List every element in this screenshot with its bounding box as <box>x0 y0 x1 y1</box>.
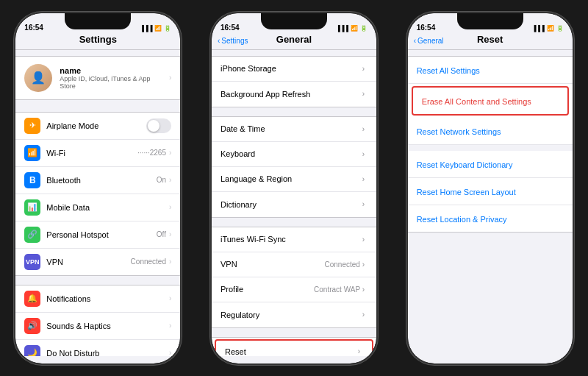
vpn-value: Connected <box>131 258 166 266</box>
battery-icon3: 🔋 <box>556 25 564 32</box>
phone3-back-label: General <box>417 37 444 45</box>
back-chevron3: ‹ <box>414 37 416 45</box>
dictionary-chevron: › <box>362 200 365 208</box>
g-spacer1 <box>212 110 376 116</box>
keyboard-row[interactable]: Keyboard › <box>212 142 376 167</box>
erase-row-highlighted[interactable]: Erase All Content and Settings <box>412 86 569 116</box>
dnd-chevron: › <box>169 349 171 356</box>
general-s4: Reset › Shut Down <box>212 337 376 356</box>
phone1-section2: 🔔 Notifications › 🔊 Sounds & Haptics › 🌙… <box>15 285 180 356</box>
g-spacer2 <box>212 221 376 227</box>
phone2-time: 16:54 <box>220 24 240 32</box>
phone3-wrapper: 16:54 ▐▐▐ 📶 🔋 ‹ General Reset <box>406 12 574 365</box>
r-spacer3 <box>408 235 573 241</box>
wifi-row[interactable]: 📶 Wi-Fi ······2265 › <box>15 140 180 167</box>
phone1-status-icons: ▐▐▐ 📶 🔋 <box>140 25 171 32</box>
sounds-label: Sounds & Haptics <box>46 322 169 330</box>
phone2-back-label: Settings <box>221 37 248 45</box>
language-chevron: › <box>362 175 365 183</box>
phone1-time: 16:54 <box>24 24 43 32</box>
mobile-data-chevron: › <box>169 203 171 211</box>
phone2-content[interactable]: iPhone Storage › Background App Refresh … <box>212 50 376 356</box>
language-label: Language & Region <box>220 174 362 183</box>
bluetooth-chevron: › <box>169 176 171 184</box>
vpn2-row[interactable]: VPN Connected › <box>212 252 376 277</box>
keyboard-label: Keyboard <box>220 149 362 158</box>
mobile-data-row[interactable]: 📊 Mobile Data › <box>15 194 180 221</box>
wifi-chevron: › <box>169 149 171 157</box>
signal-icon3: ▐▐▐ <box>532 25 545 32</box>
reset-label: Reset <box>225 347 358 356</box>
phone2: 16:54 ▐▐▐ 📶 🔋 ‹ Settings General <box>210 12 378 365</box>
avatar: 👤 <box>24 64 52 92</box>
profile-chevron: › <box>169 74 171 82</box>
sounds-icon: 🔊 <box>24 318 40 334</box>
r-spacer2 <box>408 145 573 151</box>
reset-homescreen-row[interactable]: Reset Home Screen Layout <box>408 178 573 205</box>
phone3-status-icons: ▐▐▐ 📶 🔋 <box>532 25 564 32</box>
iphone-storage-row[interactable]: iPhone Storage › <box>212 57 376 82</box>
profile-value: Contract WAP › <box>314 285 365 294</box>
airplane-mode-row[interactable]: ✈ Airplane Mode <box>15 113 180 140</box>
g-spacer3 <box>212 331 376 337</box>
reset-all-row[interactable]: Reset All Settings <box>408 57 573 84</box>
notifications-chevron: › <box>169 294 171 302</box>
hotspot-chevron: › <box>169 230 171 238</box>
reset-row-highlighted[interactable]: Reset › <box>215 339 373 356</box>
profile-info: name Apple ID, iCloud, iTunes & App Stor… <box>60 66 162 90</box>
regulatory-row[interactable]: Regulatory › <box>212 302 376 327</box>
reset-section: Reset All Settings Erase All Content and… <box>408 56 573 233</box>
back-chevron: ‹ <box>218 37 220 45</box>
vpn-label: VPN <box>46 258 130 266</box>
phone3-content[interactable]: Reset All Settings Erase All Content and… <box>408 50 573 356</box>
dnd-label: Do Not Disturb <box>46 349 169 356</box>
bluetooth-icon: B <box>24 172 40 188</box>
phone2-wrapper: 16:54 ▐▐▐ 📶 🔋 ‹ Settings General <box>210 12 378 365</box>
bg-refresh-row[interactable]: Background App Refresh › <box>212 82 376 107</box>
dictionary-row[interactable]: Dictionary › <box>212 192 376 217</box>
phone3-time: 16:54 <box>417 24 436 32</box>
profile-name: name <box>60 66 162 75</box>
wifi-label: Wi-Fi <box>46 149 137 157</box>
datetime-label: Date & Time <box>220 124 362 133</box>
airplane-label: Airplane Mode <box>46 121 146 130</box>
datetime-row[interactable]: Date & Time › <box>212 117 376 142</box>
general-s2: Date & Time › Keyboard › Language & Regi… <box>212 116 376 218</box>
sounds-chevron: › <box>169 322 171 330</box>
reset-location-row[interactable]: Reset Location & Privacy <box>408 205 573 232</box>
bg-refresh-chevron: › <box>362 90 365 98</box>
profile-section[interactable]: 👤 name Apple ID, iCloud, iTunes & App St… <box>15 56 180 100</box>
sounds-row[interactable]: 🔊 Sounds & Haptics › <box>15 313 180 340</box>
vpn-icon: VPN <box>24 254 40 270</box>
notifications-icon: 🔔 <box>24 291 40 307</box>
keyboard-chevron: › <box>362 150 365 158</box>
notifications-row[interactable]: 🔔 Notifications › <box>15 285 180 313</box>
spacer2 <box>15 279 180 285</box>
datetime-chevron: › <box>362 125 365 133</box>
dnd-row[interactable]: 🌙 Do Not Disturb › <box>15 340 180 356</box>
airplane-toggle[interactable] <box>146 118 171 133</box>
itunes-sync-row[interactable]: iTunes Wi-Fi Sync › <box>212 227 376 252</box>
phone2-back-button[interactable]: ‹ Settings <box>218 37 248 45</box>
hotspot-row[interactable]: 🔗 Personal Hotspot Off › <box>15 221 180 249</box>
mobile-data-label: Mobile Data <box>46 203 169 212</box>
phone3: 16:54 ▐▐▐ 📶 🔋 ‹ General Reset <box>406 12 574 365</box>
profile-row[interactable]: Profile Contract WAP › <box>212 277 376 302</box>
phone3-screen: 16:54 ▐▐▐ 📶 🔋 ‹ General Reset <box>408 13 573 363</box>
regulatory-chevron: › <box>362 311 365 319</box>
reset-network-row[interactable]: Reset Network Settings <box>408 118 573 145</box>
vpn-chevron: › <box>169 258 171 266</box>
wifi-icon3: 📶 <box>547 25 554 32</box>
vpn-row[interactable]: VPN VPN Connected › <box>15 249 180 275</box>
phone1-section1: ✈ Airplane Mode 📶 Wi-Fi ······2265 › B B… <box>15 112 180 276</box>
wifi-icon2: 📶 <box>351 25 358 32</box>
signal-icon: ▐▐▐ <box>140 25 152 32</box>
spacer1 <box>15 106 180 112</box>
language-row[interactable]: Language & Region › <box>212 167 376 192</box>
bluetooth-row[interactable]: B Bluetooth On › <box>15 167 180 194</box>
phone3-back-button[interactable]: ‹ General <box>414 37 444 45</box>
reset-keyboard-row[interactable]: Reset Keyboard Dictionary <box>408 151 573 178</box>
iphone-storage-chevron: › <box>362 65 365 73</box>
phone1-notch <box>65 13 131 29</box>
phone1-content[interactable]: 👤 name Apple ID, iCloud, iTunes & App St… <box>15 50 180 356</box>
